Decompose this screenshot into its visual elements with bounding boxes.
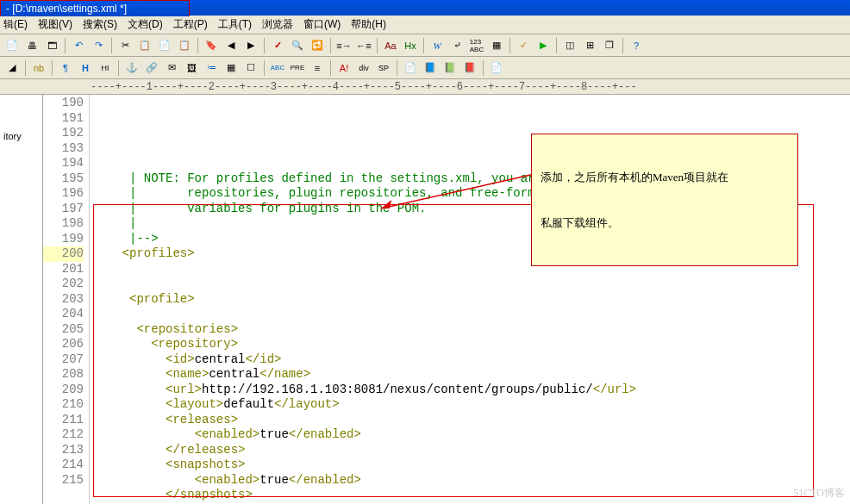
code-line[interactable]: <profile>: [93, 292, 850, 308]
separator: [622, 38, 623, 53]
menu-doc[interactable]: 文档(D): [128, 17, 163, 32]
menu-edit[interactable]: 辑(E): [3, 17, 28, 32]
doc-blue-icon[interactable]: 📘: [422, 59, 439, 77]
code-line[interactable]: <id>central</id>: [93, 352, 850, 368]
wrap-icon[interactable]: ⤶: [448, 37, 466, 54]
menu-tools[interactable]: 工具(T): [218, 17, 252, 32]
doc-yellow-icon[interactable]: 📄: [402, 59, 419, 77]
separator: [118, 60, 119, 76]
line-number: 190: [43, 96, 84, 111]
columns-icon[interactable]: 123ABC: [468, 37, 485, 54]
hi-icon[interactable]: HI: [97, 59, 114, 77]
code-line[interactable]: <repository>: [93, 337, 850, 352]
email-icon[interactable]: ✉: [163, 59, 180, 77]
code-line[interactable]: <snapshots>: [93, 457, 850, 473]
code-line[interactable]: <enabled>true</enabled>: [93, 427, 850, 443]
paste-icon[interactable]: 📄: [156, 37, 173, 54]
separator: [483, 60, 484, 76]
line-number: 213: [43, 443, 84, 458]
undo-icon[interactable]: ↶: [70, 37, 87, 54]
line-number: 197: [43, 202, 84, 217]
hex-icon[interactable]: Hx: [402, 37, 419, 54]
grid-icon[interactable]: ▦: [488, 37, 505, 54]
window-title: - [D:\maven\settings.xml *]: [0, 0, 190, 16]
align-icon[interactable]: ≡: [309, 59, 326, 77]
new-file-icon[interactable]: 📄: [3, 37, 21, 54]
image-icon[interactable]: 🖼: [183, 59, 200, 77]
separator: [52, 60, 53, 76]
code-line[interactable]: <url>http://192.168.1.103:8081/nexus/con…: [93, 383, 850, 398]
title-bar: - [D:\maven\settings.xml *]: [0, 0, 850, 16]
help-icon[interactable]: ?: [628, 37, 645, 54]
separator: [264, 38, 265, 53]
clipboard-icon[interactable]: 📋: [176, 37, 193, 54]
line-number: 195: [43, 171, 84, 187]
callout-line2: 私服下载组件。: [541, 215, 789, 231]
spellcheck-icon[interactable]: ✓: [269, 37, 286, 54]
code-line[interactable]: <releases>: [93, 413, 850, 428]
line-number: 212: [43, 427, 84, 443]
code-line[interactable]: <name>central</name>: [93, 367, 850, 383]
line-number: 210: [43, 397, 84, 413]
anchor-icon[interactable]: ⚓: [123, 59, 141, 77]
doc-red-icon[interactable]: 📕: [461, 59, 478, 77]
list-icon[interactable]: ≔: [203, 59, 220, 77]
separator: [377, 38, 378, 53]
link-icon[interactable]: 🔗: [143, 59, 160, 77]
bookmark-icon[interactable]: 🔖: [203, 37, 220, 54]
nav-prev-icon[interactable]: ◀: [222, 37, 240, 54]
div-icon[interactable]: div: [355, 59, 372, 77]
code-line[interactable]: <repositories>: [93, 322, 850, 338]
pre-icon[interactable]: PRE: [289, 59, 306, 77]
run-icon[interactable]: ▶: [534, 37, 552, 54]
print-icon[interactable]: 🖶: [23, 37, 41, 54]
find-icon[interactable]: 🔍: [289, 37, 306, 54]
outdent-icon[interactable]: ←≡: [355, 37, 372, 54]
preview-icon[interactable]: 🗔: [43, 37, 60, 54]
menu-view[interactable]: 视图(V): [38, 17, 72, 32]
heading-icon[interactable]: H: [77, 59, 94, 77]
sidebar-item[interactable]: itory: [2, 129, 41, 143]
code-line[interactable]: <layout>default</layout>: [93, 397, 850, 413]
cut-icon[interactable]: ✂: [116, 37, 134, 54]
code-line[interactable]: <enabled>true</enabled>: [93, 473, 850, 488]
line-number: 209: [43, 383, 84, 398]
line-number: 194: [43, 156, 84, 171]
paragraph-icon[interactable]: ¶: [57, 59, 74, 77]
tag-b-icon[interactable]: ◢: [3, 59, 21, 77]
word-icon[interactable]: W: [428, 37, 446, 54]
sp-icon[interactable]: SP: [375, 59, 392, 77]
code-line[interactable]: </snapshots>: [93, 488, 850, 503]
nav-next-icon[interactable]: ▶: [242, 37, 259, 54]
window-tile-icon[interactable]: ⊞: [581, 37, 598, 54]
a-excl-icon[interactable]: A!: [335, 59, 353, 77]
check-icon[interactable]: ✓: [515, 37, 532, 54]
menu-help[interactable]: 帮助(H): [351, 17, 386, 32]
separator: [397, 60, 397, 76]
doc-gray-icon[interactable]: 📄: [488, 59, 505, 77]
replace-icon[interactable]: 🔁: [309, 37, 326, 54]
copy-icon[interactable]: 📋: [136, 37, 153, 54]
menu-project[interactable]: 工程(P): [173, 17, 208, 32]
abc-icon[interactable]: ABC: [269, 59, 286, 77]
redo-icon[interactable]: ↷: [90, 37, 107, 54]
form-icon[interactable]: ☐: [242, 59, 259, 77]
menu-browser[interactable]: 浏览器: [262, 17, 293, 32]
menu-search[interactable]: 搜索(S): [83, 17, 117, 32]
editor[interactable]: 1901911921931941951961971981992002012022…: [43, 95, 850, 504]
code-line[interactable]: [93, 307, 850, 322]
doc-green-icon[interactable]: 📗: [441, 59, 459, 77]
code-line[interactable]: [93, 277, 850, 292]
nb-icon[interactable]: nb: [30, 59, 47, 77]
menu-window[interactable]: 窗口(W): [303, 17, 341, 32]
window-split-icon[interactable]: ◫: [561, 37, 578, 54]
code-line[interactable]: </releases>: [93, 443, 850, 458]
line-number: 201: [43, 262, 84, 277]
window-cascade-icon[interactable]: ❐: [601, 37, 618, 54]
line-number: 204: [43, 307, 84, 322]
code-area[interactable]: 添加，之后所有本机的Maven项目就在 私服下载组件。 | NOTE: For …: [90, 95, 850, 504]
table-icon[interactable]: ▦: [222, 59, 240, 77]
font-aa-icon[interactable]: Aa: [382, 37, 399, 54]
line-number: 207: [43, 352, 84, 368]
indent-icon[interactable]: ≡→: [335, 37, 353, 54]
